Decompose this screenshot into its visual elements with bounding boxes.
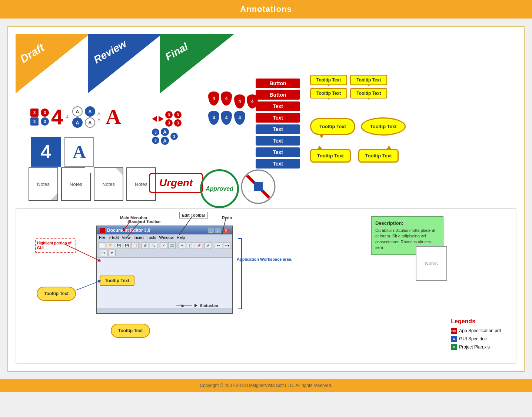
tb-redo[interactable]: ↪ [100, 250, 107, 256]
buttons-column: Button Button Text Text Text Text Text T… [256, 79, 300, 169]
banner-review: Review [88, 34, 162, 93]
pdf-icon: PDF [451, 328, 457, 334]
button-blue-text-2[interactable]: Text [256, 136, 300, 146]
tooltips-bottom-area: Tooltip Text Tooltip Text [310, 149, 399, 163]
label-standard-toolbar: Standard Toolbar [127, 219, 161, 224]
menu-tools[interactable]: Tools [147, 235, 156, 240]
arrow-left-red-1 [152, 116, 157, 122]
tb-spell2[interactable]: 🔤 [168, 242, 176, 249]
legends-title: Legends [451, 318, 501, 325]
letter-a-blue-1: A [72, 117, 83, 128]
badge-3-blue-circle: 3 [41, 117, 49, 126]
letter-a-plain-2: A [97, 117, 100, 123]
editor-maximize-btn[interactable]: □ [215, 228, 221, 233]
editor-workspace[interactable]: Tooltip Text [97, 258, 232, 308]
editor-minimize-btn[interactable]: _ [208, 228, 214, 233]
page-title: Annotations [240, 4, 292, 14]
letter-a-blue-2: A [85, 106, 95, 117]
big-icons-area: 4 A [31, 137, 94, 167]
tooltip-rect-4: Tooltip Text [350, 88, 387, 99]
button-blue-text-3[interactable]: Text [256, 147, 300, 157]
menu-insert[interactable]: Insert [133, 235, 144, 240]
menu-edit[interactable]: ✓Edit [109, 235, 119, 240]
banner-draft: Draft [16, 34, 90, 93]
arrow-icons-2: 3 3 A A 3 [152, 128, 178, 145]
badge-3-red-1: 3 [30, 109, 39, 117]
legends-box: Legends PDF App Specification.pdf W GUI … [443, 314, 508, 354]
tb-undo2[interactable]: ↩▾ [223, 242, 230, 249]
letter-a-small-blue-2: A [161, 137, 169, 145]
tb-paste[interactable]: 📌 [195, 242, 202, 249]
tooltips-middle-area: Tooltip Text Tooltip Text [310, 117, 406, 136]
editor-close-btn[interactable]: ✕ [223, 228, 229, 233]
tooltip-bottom-center: Tooltip Text [111, 324, 150, 338]
xls-icon: X [451, 344, 457, 350]
tb-new[interactable]: 📄 [99, 242, 106, 249]
tooltip-in-workspace: Tooltip Text [100, 276, 134, 286]
button-red-2[interactable]: Button [256, 90, 300, 100]
button-blue-text-1[interactable]: Text [256, 124, 300, 134]
editor-titlebar: Document Editor 3,0 _ □ ✕ [97, 226, 232, 234]
tb-format[interactable]: A [205, 242, 212, 249]
tooltips-top-area: Tooltip Text Tooltip Text Tooltip Text T… [310, 75, 387, 99]
drop-blue-3: 4 [234, 111, 245, 125]
doc-icon: W [451, 336, 457, 342]
letter-a-small-blue-1: A [161, 128, 169, 136]
highlight-label: Highlight portion of GUI [37, 241, 74, 250]
button-red-text-1[interactable]: Text [256, 101, 300, 111]
diagram-section: Main Menubar Standard Toolbar Edit Toolb… [16, 208, 516, 364]
note-shape-3: Notes [94, 167, 123, 201]
menu-help[interactable]: Help [177, 235, 185, 240]
badge-small-3-red-1: 3 [165, 111, 173, 119]
button-blue-text-4[interactable]: Text [256, 159, 300, 169]
editor-menubar: File ✓Edit View Insert Tools Window Help [97, 234, 232, 241]
tooltip-rect-2: Tooltip Text [350, 75, 387, 85]
footer: Copyright © 2007-2013 DesignerVista Soft… [0, 379, 532, 392]
editor-toolbar-1: 📄 📂 💾 💾 📋 🖨 🔍 ✓ 🔤 ✂ 📋 📌 A ↩ ↩▾ [97, 241, 232, 258]
annotation-area: Draft Review Final 3 3 3 3 4 [16, 34, 516, 204]
tooltip-bubble-1: Tooltip Text [361, 117, 406, 136]
doc-editor-window: Document Editor 3,0 _ □ ✕ File ✓Edit Vie… [96, 226, 233, 314]
big-letter-a: A [106, 106, 121, 128]
menu-window[interactable]: Window [159, 235, 174, 240]
icon-row-1: 3 3 3 3 4 4 A A A A A A A [30, 106, 121, 128]
tb-spell[interactable]: ✓ [160, 242, 167, 249]
tb-save[interactable]: 💾 [115, 242, 122, 249]
red-highlight-box: Highlight portion of GUI [35, 238, 76, 253]
page-header: Annotations [0, 0, 532, 19]
badge-small-3-red-4: 3 [174, 119, 182, 127]
badge-small-3-blue-1: 3 [152, 129, 159, 136]
tb-open[interactable]: 📂 [107, 242, 114, 249]
menu-file[interactable]: File [99, 235, 106, 240]
drops-area: 4 4 4 4 4 4 4 [208, 91, 258, 125]
label-edit-toolbar: Edit Toolbar [179, 212, 208, 218]
badge-small-3-red-2: 3 [165, 119, 173, 127]
drop-blue-2: 4 [221, 111, 232, 125]
big-number-4: 4 [51, 106, 63, 128]
letter-a-plain-1: A [97, 111, 100, 117]
tooltip-left-1: Tooltip Text [37, 287, 76, 301]
tb-save2[interactable]: 💾 [123, 242, 130, 249]
footer-text: Copyright © 2007-2013 DesignerVista Soft… [200, 383, 332, 388]
tb-preview[interactable]: 🔍 [150, 242, 157, 249]
tb-doc[interactable]: 📋 [131, 242, 139, 249]
tb-print[interactable]: 🖨 [142, 242, 149, 249]
button-red-1[interactable]: Button [256, 79, 300, 88]
tb-undo[interactable]: ↩ [215, 242, 222, 249]
legend-item-pdf: PDF App Specification.pdf [451, 328, 501, 334]
drop-red-1: 4 [208, 91, 219, 106]
tb-copy[interactable]: 📋 [187, 242, 194, 249]
editor-icon [100, 228, 105, 233]
tb-cut[interactable]: ✂ [179, 242, 186, 249]
main-content: Draft Review Final 3 3 3 3 4 [7, 26, 525, 372]
tb-redo2[interactable]: ▾ [108, 250, 116, 256]
drop-blue-1: 4 [208, 111, 219, 125]
desc-title: Description: [375, 220, 439, 226]
badge-3-circle: 3 [41, 109, 49, 117]
letter-a-circle-1: A [72, 106, 83, 117]
menu-view[interactable]: View [122, 235, 131, 240]
button-red-text-2[interactable]: Text [256, 113, 300, 123]
tooltip-rect-3: Tooltip Text [310, 88, 347, 99]
drop-red-2: 4 [221, 91, 232, 106]
label-redo: Redo [222, 216, 232, 220]
